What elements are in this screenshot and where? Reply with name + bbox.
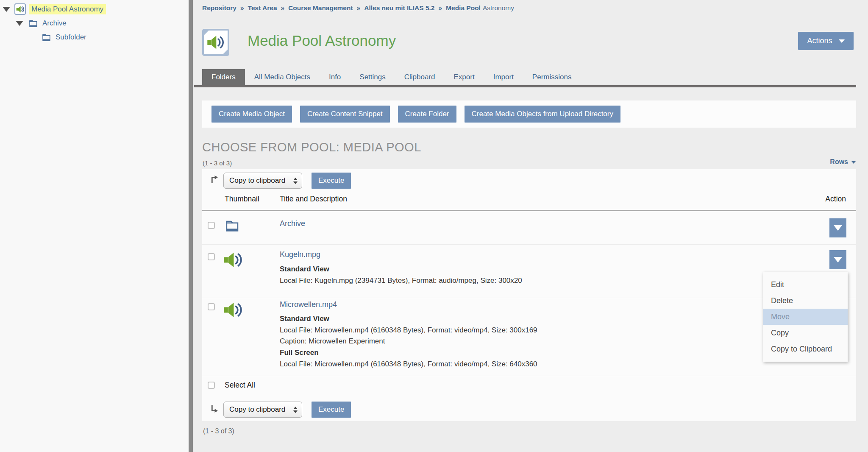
breadcrumb-link[interactable]: Repository [202, 4, 236, 11]
tree-item-subfolder[interactable]: Subfolder [42, 32, 89, 42]
execute-button[interactable]: Execute [312, 173, 351, 189]
bulk-action-select[interactable]: Copy to clipboard [223, 402, 302, 418]
create-folder-button[interactable]: Create Folder [398, 106, 456, 123]
folder-icon [28, 19, 38, 28]
breadcrumb-link[interactable]: Course Management [288, 4, 353, 11]
folder-icon [42, 33, 51, 42]
speaker-icon [207, 33, 225, 51]
breadcrumb-separator: » [281, 4, 285, 11]
tab-settings[interactable]: Settings [350, 69, 395, 85]
tab-all-media-objects[interactable]: All Media Objects [245, 69, 320, 85]
menu-item-copy-to-clipboard[interactable]: Copy to Clipboard [763, 341, 848, 357]
file-detail: Local File: Microwellen.mp4 (6160348 Byt… [280, 326, 537, 335]
row-action-context-menu: Edit Delete Move Copy Copy to Clipboard [763, 272, 848, 362]
select-all-label: Select All [225, 381, 255, 390]
speaker-icon [223, 250, 243, 270]
breadcrumb-link[interactable]: Media Pool [446, 4, 481, 11]
create-media-objects-from-upload-directory-button[interactable]: Create Media Objects from Upload Directo… [465, 106, 620, 123]
actions-button-label: Actions [807, 36, 832, 45]
bulk-action-value: Copy to clipboard [229, 405, 285, 414]
table-row: Kugeln.mpg Standard View Local File: Kug… [202, 245, 856, 298]
apply-below-arrow-icon [209, 403, 220, 415]
file-detail: Local File: Microwellen.mp4 (6160348 Byt… [280, 360, 537, 368]
tree-item-archive[interactable]: Archive [16, 18, 69, 28]
tab-folders[interactable]: Folders [202, 69, 245, 85]
breadcrumb-link[interactable]: Alles neu mit ILIAS 5.2 [364, 4, 434, 11]
chevron-down-icon [834, 257, 842, 262]
tab-underline [194, 85, 856, 87]
tab-import[interactable]: Import [484, 69, 523, 85]
file-detail: Local File: Kugeln.mpg (2394731 Bytes), … [280, 276, 522, 285]
view-label: Full Screen [280, 349, 319, 357]
menu-item-move[interactable]: Move [763, 309, 848, 325]
media-pool-table: Copy to clipboard Execute Thumbnail Titl… [202, 169, 856, 421]
breadcrumb-link[interactable]: Test Area [248, 4, 277, 11]
chevron-down-icon [834, 225, 842, 231]
row-title-link[interactable]: Microwellen.mp4 [280, 300, 337, 309]
panel-divider[interactable] [189, 0, 193, 452]
table-row: Microwellen.mp4 Standard View Local File… [202, 298, 856, 376]
menu-item-copy[interactable]: Copy [763, 325, 848, 341]
tree-item-label[interactable]: Subfolder [53, 32, 89, 42]
apply-above-arrow-icon [209, 173, 220, 185]
actions-button[interactable]: Actions [798, 32, 854, 50]
rows-dropdown[interactable]: Rows [830, 158, 856, 166]
table-title: CHOOSE FROM POOL: MEDIA POOL [202, 140, 421, 154]
row-action-dropdown-button[interactable] [829, 218, 846, 237]
create-media-object-button[interactable]: Create Media Object [211, 106, 292, 123]
breadcrumb: Repository»Test Area»Course Management»A… [202, 4, 514, 12]
row-checkbox[interactable] [208, 222, 215, 229]
view-label: Standard View [280, 265, 329, 273]
repository-tree-panel: Media Pool Astronomy Archive Subfolder [0, 0, 189, 452]
execute-button[interactable]: Execute [312, 402, 351, 418]
row-title-link[interactable]: Archive [280, 219, 305, 228]
chevron-down-icon [851, 161, 856, 164]
view-label: Standard View [280, 315, 329, 323]
collapse-arrow-icon[interactable] [16, 21, 23, 26]
menu-item-edit[interactable]: Edit [763, 276, 848, 293]
table-row: Archive [202, 211, 856, 245]
tree-item-label[interactable]: Media Pool Astronomy [29, 4, 106, 14]
caption-detail: Caption: Microwellen Experiment [280, 337, 385, 346]
tab-info[interactable]: Info [320, 69, 350, 85]
select-stepper-icon [293, 407, 298, 413]
speaker-icon [223, 300, 243, 320]
tree-item-label[interactable]: Archive [40, 18, 69, 28]
breadcrumb-separator: » [240, 4, 244, 11]
row-checkbox[interactable] [208, 253, 215, 260]
column-header-title: Title and Description [280, 195, 347, 204]
tab-permissions[interactable]: Permissions [523, 69, 581, 85]
breadcrumb-current: Astronomy [483, 4, 514, 11]
collapse-arrow-icon[interactable] [3, 7, 10, 12]
row-title-link[interactable]: Kugeln.mpg [280, 250, 320, 259]
select-all-row: Select All [202, 376, 856, 401]
select-all-checkbox[interactable] [208, 382, 215, 389]
chevron-down-icon [839, 39, 845, 43]
row-checkbox[interactable] [208, 303, 215, 310]
tab-bar: Folders All Media Objects Info Settings … [202, 69, 581, 85]
result-range: (1 - 3 of 3) [203, 427, 234, 435]
rows-label: Rows [830, 158, 848, 166]
result-range: (1 - 3 of 3) [203, 159, 232, 167]
column-header-thumbnail: Thumbnail [225, 195, 259, 204]
bulk-action-value: Copy to clipboard [229, 176, 285, 185]
row-action-dropdown-button[interactable] [829, 250, 846, 269]
page-title: Media Pool Astronomy [248, 32, 396, 49]
menu-item-delete[interactable]: Delete [763, 293, 848, 309]
select-stepper-icon [293, 178, 298, 184]
column-header-action: Action [825, 195, 846, 204]
media-pool-icon [14, 3, 26, 15]
bulk-action-select[interactable]: Copy to clipboard [223, 173, 302, 189]
tree-item-media-pool[interactable]: Media Pool Astronomy [3, 3, 106, 15]
breadcrumb-separator: » [438, 4, 442, 11]
tab-clipboard[interactable]: Clipboard [395, 69, 445, 85]
folder-icon [225, 218, 240, 234]
breadcrumb-separator: » [357, 4, 361, 11]
media-pool-icon [202, 29, 229, 56]
create-toolbar: Create Media Object Create Content Snipp… [202, 100, 856, 128]
tab-export[interactable]: Export [445, 69, 484, 85]
create-content-snippet-button[interactable]: Create Content Snippet [300, 106, 390, 123]
